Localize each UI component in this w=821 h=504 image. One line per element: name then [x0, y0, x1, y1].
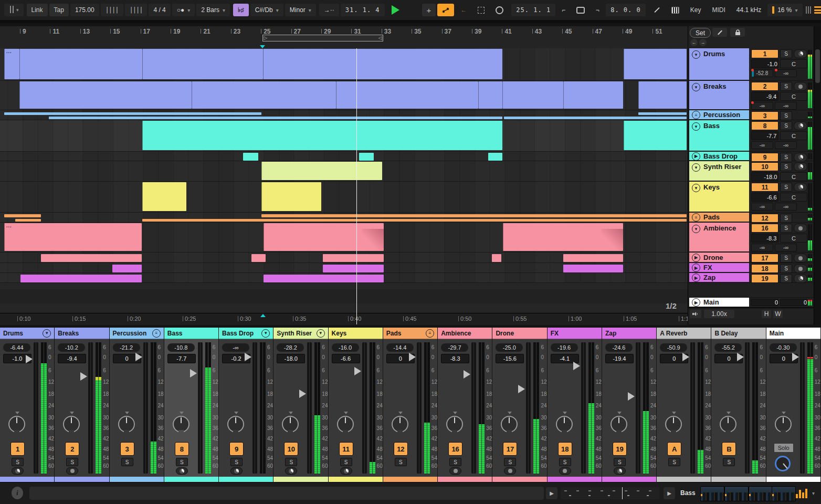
solo-button[interactable]: S — [780, 274, 792, 283]
nudge-down-button[interactable]: |||| — [101, 4, 123, 16]
track-row-synth-riser[interactable] — [0, 161, 688, 182]
volume-fader[interactable] — [417, 342, 422, 474]
track-header-percussion[interactable]: ≡Percussion3S — [688, 110, 814, 120]
fader-handle[interactable] — [518, 385, 525, 393]
volume-display[interactable]: -7.7 — [751, 131, 778, 140]
volume-fader[interactable] — [34, 342, 38, 474]
peak-level-display[interactable]: -16.0 — [332, 343, 359, 352]
track-header-pads[interactable]: ≡Pads12S — [688, 213, 814, 223]
clip-drone[interactable] — [251, 254, 266, 262]
send-a-display[interactable]: -∞ — [751, 102, 773, 110]
quantization-chooser[interactable]: 2 Bars — [196, 4, 230, 16]
volume-fader[interactable] — [636, 342, 640, 474]
lock-envelopes-button[interactable] — [730, 28, 745, 37]
solo-button[interactable]: S — [230, 458, 243, 466]
track-number-button[interactable]: 11 — [339, 442, 353, 456]
track-name-keys[interactable]: ▼Keys — [689, 182, 749, 212]
track-row-drone[interactable] — [0, 253, 688, 263]
track-number-button[interactable]: 8 — [751, 121, 778, 130]
clip-drone[interactable] — [323, 254, 384, 262]
main-volume-display[interactable]: 0 — [751, 299, 778, 306]
track-header-zap[interactable]: ▶Zap19S — [688, 273, 814, 283]
track-header-synth-riser[interactable]: ▼Synth Riser10S-18.0C — [688, 161, 814, 182]
unfold-icon[interactable]: ▼ — [261, 329, 270, 338]
track-header-fx[interactable]: ▶FX18S — [688, 263, 814, 273]
info-icon[interactable]: i — [12, 487, 23, 499]
peak-level-display[interactable]: -29.7 — [441, 343, 468, 352]
arm-button[interactable] — [794, 153, 807, 162]
fader-handle[interactable] — [135, 353, 142, 361]
solo-cue-button[interactable]: Solo — [774, 443, 794, 453]
fader-handle[interactable] — [245, 353, 251, 361]
time-signature-display[interactable]: 4 / 4 — [149, 4, 170, 16]
clip-pads[interactable] — [142, 219, 687, 222]
clip-percussion[interactable] — [638, 112, 687, 115]
clip-fx[interactable] — [563, 265, 623, 272]
fold-icon[interactable]: ▶ — [692, 298, 700, 307]
scrollbar-thumb[interactable] — [815, 49, 820, 83]
send-b-display[interactable]: -∞ — [775, 244, 797, 251]
pan-knob[interactable] — [392, 416, 408, 433]
peak-level-display[interactable]: -50.9 — [660, 343, 687, 352]
clip-ambience[interactable] — [264, 223, 384, 251]
track-name-fx[interactable]: ▶FX — [689, 263, 749, 272]
device-thumbnail[interactable] — [772, 486, 796, 501]
mixer-strip-b-delay[interactable]: B Delay-55.20606121824303642485460BS — [711, 328, 766, 482]
solo-button[interactable]: S — [559, 458, 571, 466]
track-number-button[interactable]: 3 — [120, 442, 134, 456]
solo-button[interactable]: S — [780, 111, 792, 120]
pan-knob[interactable] — [173, 416, 190, 433]
fader-handle[interactable] — [190, 369, 197, 377]
mixer-header-percussion[interactable]: Percussion≡ — [110, 328, 164, 339]
playhead[interactable] — [356, 48, 357, 324]
clip-pads[interactable] — [15, 219, 41, 222]
pan-knob[interactable] — [282, 416, 299, 433]
fold-icon[interactable]: ▶ — [692, 254, 700, 262]
volume-display[interactable]: -9.4 — [751, 92, 778, 101]
new-button[interactable]: + — [422, 4, 436, 16]
clip-bass-drop[interactable] — [243, 153, 258, 161]
arm-button[interactable] — [794, 121, 807, 130]
clip-drums[interactable] — [142, 49, 263, 79]
mixer-strip-fx[interactable]: FX-19.6-4.160612182430364248546018S — [548, 328, 602, 482]
track-row-fx[interactable] — [0, 263, 688, 273]
send-a-display[interactable]: -52.8 — [751, 69, 773, 77]
follow-button[interactable]: →·· — [319, 4, 339, 16]
mixer-strip-pads[interactable]: Pads≡-14.4060612182430364248546012S — [383, 328, 438, 482]
computer-midi-keyboard-button[interactable] — [667, 4, 684, 16]
mixer-strip-ambience[interactable]: Ambience-29.7-8.360612182430364248546016… — [438, 328, 492, 482]
arm-button[interactable] — [794, 183, 807, 192]
track-number-button[interactable]: 3 — [751, 111, 778, 120]
session-record-button[interactable] — [491, 4, 508, 16]
fader-handle[interactable] — [80, 372, 87, 381]
loop-brace[interactable]: ▷◁ — [262, 35, 383, 41]
track-number-button[interactable]: 9 — [751, 153, 778, 162]
clip-percussion[interactable] — [49, 117, 502, 119]
solo-button[interactable]: S — [614, 458, 626, 466]
track-number-button[interactable]: 9 — [229, 442, 244, 456]
clip-drone[interactable] — [492, 254, 501, 262]
zoom-width-button[interactable]: W — [773, 310, 783, 318]
scale-chooser[interactable]: Minor — [285, 4, 316, 16]
peak-level-display[interactable]: -6.44 — [3, 343, 30, 352]
nudge-up-button[interactable]: |||| — [125, 4, 148, 16]
mixer-header-synth-riser[interactable]: Synth Riser▼ — [273, 328, 328, 339]
track-row-bass-drop[interactable] — [0, 152, 688, 161]
menu-button[interactable] — [814, 5, 821, 15]
send-a-display[interactable]: -∞ — [751, 244, 773, 251]
volume-fader[interactable] — [745, 342, 750, 474]
mixer-header-drone[interactable]: Drone — [492, 328, 546, 339]
pan-knob[interactable] — [446, 416, 463, 433]
send-b-display[interactable]: -∞ — [775, 203, 797, 211]
peak-level-display[interactable]: -∞ — [222, 343, 249, 352]
pan-knob[interactable] — [665, 416, 682, 433]
volume-fader[interactable] — [307, 342, 312, 474]
control-bar-chooser-icon[interactable]: ▾ — [4, 4, 24, 16]
track-number-button[interactable]: A — [667, 442, 681, 456]
volume-display[interactable]: -18.0 — [751, 172, 778, 181]
unfold-icon[interactable]: ▼ — [692, 184, 700, 192]
send-b-display[interactable]: -∞ — [775, 102, 797, 110]
automation-arm-button[interactable] — [437, 4, 454, 16]
solo-button[interactable]: S — [780, 214, 792, 223]
pan-knob[interactable] — [8, 416, 25, 433]
